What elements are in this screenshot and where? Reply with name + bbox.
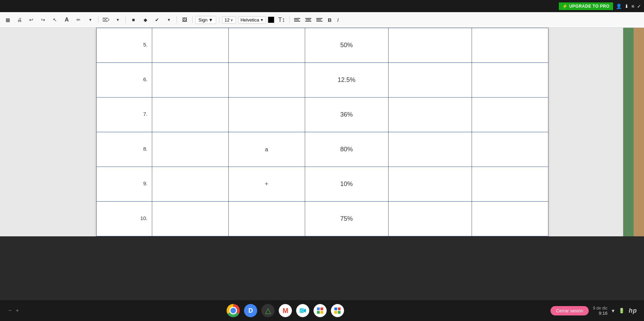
toolbar-check-dropdown[interactable]: ▼ — [164, 15, 174, 25]
row8-percent[interactable]: 80% — [305, 132, 388, 167]
meet-app-icon[interactable] — [296, 304, 309, 317]
row6-col1[interactable] — [152, 63, 228, 98]
align-right-icon[interactable] — [315, 17, 324, 23]
row-number-5: 5. — [96, 28, 152, 63]
download-icon[interactable]: ⬇ — [625, 3, 629, 9]
zoom-minus-button[interactable]: − — [7, 307, 13, 314]
slides-app-icon[interactable] — [331, 304, 344, 317]
italic-button[interactable]: I — [335, 16, 340, 24]
row7-col2[interactable] — [228, 98, 305, 132]
bold-button[interactable]: B — [326, 16, 333, 24]
toolbar-cursor-icon[interactable]: ↖ — [50, 15, 60, 25]
row6-col3[interactable] — [388, 63, 472, 98]
checkmark-icon[interactable]: ✓ — [637, 3, 641, 9]
row10-col4[interactable] — [472, 202, 548, 236]
taskbar-apps: D △ M — [227, 304, 344, 317]
toolbar-grid-icon[interactable]: ▦ — [3, 15, 13, 25]
font-size-dropdown[interactable]: 12 ∨ — [222, 16, 236, 24]
font-name-dropdown[interactable]: Helvetica ▼ — [238, 16, 266, 24]
user-icon[interactable]: 👤 — [616, 3, 622, 9]
taskbar-left: − + — [7, 307, 21, 314]
zoom-plus-button[interactable]: + — [14, 307, 20, 314]
sep6 — [290, 16, 290, 23]
sep4 — [192, 16, 193, 23]
row5-col2[interactable] — [228, 28, 305, 63]
row5-col4[interactable] — [472, 28, 548, 63]
tan-side-decoration — [634, 28, 644, 236]
row5-percent[interactable]: 50% — [305, 28, 388, 63]
svg-rect-3 — [320, 307, 323, 310]
row5-col1[interactable] — [152, 28, 228, 63]
drive-app-icon[interactable]: D — [244, 304, 257, 317]
sep5 — [219, 16, 219, 23]
table-row: 9. + 10% — [96, 167, 548, 202]
table-row: 5. 50% ⊕ 🗑 — [96, 28, 548, 63]
row9-col3[interactable] — [388, 167, 472, 202]
date-time: 9 de dic 9:16 — [593, 306, 608, 316]
svg-rect-8 — [334, 311, 337, 314]
toolbar-print-icon[interactable]: 🖨 — [15, 15, 24, 25]
row-number-9: 9. — [96, 167, 152, 202]
row6-col4[interactable] — [472, 63, 548, 98]
toolbar-check-icon[interactable]: ✔ — [152, 15, 162, 25]
zoom-controls: − + — [7, 307, 21, 314]
row7-col3[interactable] — [388, 98, 472, 132]
text-size-icon[interactable]: T↕ — [276, 16, 287, 24]
table-row: 7. 36% — [96, 98, 548, 132]
row10-col1[interactable] — [152, 202, 228, 236]
svg-marker-1 — [304, 309, 306, 313]
row-number-8: 8. — [96, 132, 152, 167]
row10-col2[interactable] — [228, 202, 305, 236]
row8-col1[interactable] — [152, 132, 228, 167]
row7-col1[interactable] — [152, 98, 228, 132]
row-number-6: 6. — [96, 63, 152, 98]
upgrade-button[interactable]: ⚡ UPGRADE TO PRO — [559, 2, 613, 10]
row6-col2[interactable] — [228, 63, 305, 98]
toolbar-pen-dropdown[interactable]: ▼ — [85, 15, 95, 25]
sign-label: Sign — [198, 17, 207, 23]
taskbar: − + D △ M — [0, 300, 644, 321]
cerrar-sesion-button[interactable]: Cerrar sesión — [551, 306, 589, 315]
font-name-chevron: ▼ — [260, 18, 263, 22]
row9-col1[interactable] — [152, 167, 228, 202]
upgrade-icon: ⚡ — [562, 4, 568, 9]
photos-app-icon[interactable] — [313, 304, 327, 317]
toolbar-shapes-icon[interactable]: ■ — [129, 15, 138, 25]
align-center-icon[interactable] — [304, 17, 313, 23]
svg-rect-4 — [317, 311, 320, 314]
row5-col3[interactable]: ⊕ 🗑 — [388, 28, 472, 63]
gdrive-app-icon[interactable]: △ — [261, 304, 275, 317]
row7-col4[interactable] — [472, 98, 548, 132]
toolbar-fill-icon[interactable]: ◆ — [140, 15, 150, 25]
row8-col3[interactable] — [388, 132, 472, 167]
svg-rect-6 — [334, 307, 337, 310]
row6-percent[interactable]: 12.5% — [305, 63, 388, 98]
font-size-value: 12 — [225, 17, 229, 23]
toolbar-text-icon[interactable]: A — [62, 15, 72, 25]
row10-percent[interactable]: 75% — [305, 202, 388, 236]
row8-col2[interactable]: a — [228, 132, 305, 167]
row9-percent[interactable]: 10% — [305, 167, 388, 202]
row9-col4[interactable] — [472, 167, 548, 202]
hp-logo: hp — [629, 307, 637, 314]
row7-percent[interactable]: 36% — [305, 98, 388, 132]
wifi-icon: ▾ — [612, 307, 614, 314]
color-picker[interactable] — [268, 17, 274, 23]
row8-col4[interactable] — [472, 132, 548, 167]
toolbar-eraser-icon[interactable]: ⌦ — [101, 15, 111, 25]
toolbar-pen-icon[interactable]: ✏ — [74, 15, 83, 25]
gmail-app-icon[interactable]: M — [279, 304, 292, 317]
align-left-icon[interactable] — [293, 17, 302, 23]
row10-col3[interactable] — [388, 202, 472, 236]
table-wrapper: 5. 50% ⊕ 🗑 — [96, 28, 548, 236]
toolbar-eraser-dropdown[interactable]: ▼ — [113, 15, 123, 25]
row-number-7: 7. — [96, 98, 152, 132]
menu-icon[interactable]: ≡ — [631, 3, 634, 9]
chrome-app-icon[interactable] — [227, 304, 240, 317]
table-row: 6. 12.5% — [96, 63, 548, 98]
toolbar-image-icon[interactable]: 🖼 — [180, 15, 189, 25]
row9-col2[interactable]: + — [228, 167, 305, 202]
toolbar-redo-icon[interactable]: ↪ — [38, 15, 48, 25]
sign-button[interactable]: Sign ▼ — [195, 16, 216, 24]
toolbar-undo-icon[interactable]: ↩ — [26, 15, 36, 25]
